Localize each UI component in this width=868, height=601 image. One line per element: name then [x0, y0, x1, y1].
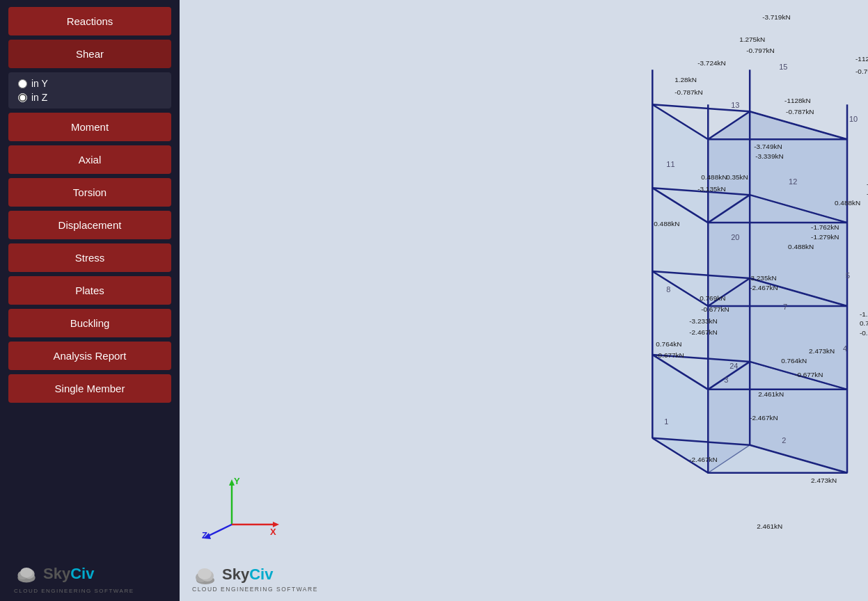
torsion-button[interactable]: Torsion	[8, 178, 171, 207]
buckling-button[interactable]: Buckling	[8, 309, 171, 337]
viewport-logo: SkyCiv CLOUD ENGINEERING SOFTWARE	[192, 563, 318, 593]
label-s2-4: -0.677kN	[795, 371, 823, 378]
svg-line-10	[206, 524, 232, 537]
label-s3-12: -0.677kN	[860, 329, 868, 337]
svg-point-3	[20, 568, 33, 577]
reactions-button[interactable]: Reactions	[8, 7, 171, 35]
axial-button[interactable]: Axial	[8, 145, 171, 174]
sidebar: Reactions Shear in Y in Z Moment Axial T…	[0, 0, 180, 601]
displacement-button[interactable]: Displacement	[8, 211, 171, 239]
node-24: 24	[729, 362, 738, 370]
label-s4-3: 0.488kN	[701, 173, 727, 181]
logo-sky: Sky	[43, 565, 70, 582]
label-s2-6: 2.461kN	[758, 390, 784, 398]
label-s2-1: 2.473kN	[809, 347, 835, 355]
label-s1-3: 2.461kN	[757, 522, 782, 530]
structure-diagram: .member { stroke: #1a237e; stroke-width:…	[180, 0, 868, 601]
label-s3-5: -2.467kN	[750, 284, 778, 291]
label-s2-5: -0.677kN	[656, 351, 684, 359]
label-s4-1: -3.749kN	[754, 143, 782, 150]
label-s3-11: 0.769kN	[860, 319, 868, 327]
label-s3-1: -1.762kN	[811, 223, 839, 231]
viewport-logo-text: SkyCiv	[222, 566, 273, 584]
label-s1-2: 2.473kN	[811, 476, 837, 484]
node-1: 1	[664, 417, 668, 426]
svg-text:Z: Z	[202, 530, 207, 540]
analysis-report-button[interactable]: Analysis Report	[8, 342, 171, 370]
node-20: 20	[731, 233, 739, 241]
logo-tagline: CLOUD ENGINEERING SOFTWARE	[14, 588, 134, 594]
node-11: 11	[666, 160, 674, 168]
label-s3-6: 0.769kN	[700, 294, 725, 302]
in-y-label: in Y	[31, 78, 48, 89]
node-8: 8	[666, 285, 670, 294]
node-15: 15	[779, 63, 787, 71]
label-s3-3: 0.488kN	[788, 243, 814, 250]
logo-main: SkyCiv	[14, 561, 94, 586]
label-s4-9: 0.488kN	[654, 220, 679, 227]
label-s2-3: 0.764kN	[656, 340, 681, 348]
node-13: 13	[731, 101, 739, 109]
moment-button[interactable]: Moment	[8, 113, 171, 141]
in-z-radio-label[interactable]: in Z	[18, 92, 161, 103]
label-top-5: -1127kN	[855, 55, 868, 63]
in-z-label: in Z	[31, 92, 47, 103]
node-3: 3	[724, 376, 728, 384]
in-y-radio[interactable]	[18, 79, 27, 88]
label-top-4: -3.724kN	[697, 59, 725, 67]
label-top-6: -0.797kN	[855, 67, 868, 75]
label-s4-2: -3.339kN	[755, 152, 783, 160]
label-top-10: -0.787kN	[786, 108, 814, 115]
plates-button[interactable]: Plates	[8, 276, 171, 305]
shear-button[interactable]: Shear	[8, 40, 171, 68]
svg-point-16	[198, 568, 212, 579]
label-top-2: 1.275kN	[739, 35, 765, 43]
label-s3-9: -2.467kN	[689, 328, 717, 336]
node-5: 5	[846, 271, 850, 280]
label-s3-4: -3.235kN	[748, 274, 776, 282]
logo-civ: Civ	[70, 565, 94, 582]
in-z-radio[interactable]	[18, 93, 27, 102]
label-top-1: -3.719kN	[762, 13, 790, 21]
label-top-8: -0.787kN	[674, 88, 702, 96]
label-s2-7: -2.467kN	[750, 414, 778, 422]
node-4: 4	[843, 344, 847, 353]
label-s2-2: 0.764kN	[781, 357, 807, 364]
viewport-logo-tagline: CLOUD ENGINEERING SOFTWARE	[192, 586, 318, 593]
logo-text: SkyCiv	[43, 565, 94, 583]
label-s3-2: -1.279kN	[811, 233, 839, 241]
viewport[interactable]: .member { stroke: #1a237e; stroke-width:…	[180, 0, 868, 601]
single-member-button[interactable]: Single Member	[8, 374, 171, 403]
label-s3-8: -3.233kN	[689, 317, 717, 325]
node-10: 10	[849, 115, 858, 123]
panel-s1-floor	[708, 390, 847, 473]
node-7: 7	[783, 303, 787, 311]
label-s3-10: -1.771kN	[860, 310, 868, 318]
skyciv-icon	[192, 563, 219, 586]
label-s4-8: 0.488kN	[835, 199, 860, 207]
label-top-3: -0.797kN	[746, 47, 774, 54]
svg-text:Y: Y	[234, 476, 240, 486]
skyciv-logo-icon	[14, 561, 39, 586]
node-2: 2	[782, 436, 786, 444]
label-s4-5: -3.135kN	[697, 185, 725, 193]
label-top-9: -1128kN	[784, 97, 811, 104]
label-s1-1: -2.467kN	[689, 456, 717, 463]
logo: SkyCiv CLOUD ENGINEERING SOFTWARE	[14, 547, 134, 594]
in-y-radio-label[interactable]: in Y	[18, 78, 161, 89]
svg-text:X: X	[270, 527, 276, 537]
stress-button[interactable]: Stress	[8, 243, 171, 272]
label-top-7: 1.28kN	[674, 76, 697, 83]
coordinate-axes: Y X Z	[200, 476, 281, 542]
shear-direction-group: in Y in Z	[8, 72, 171, 109]
label-s3-7: -0.677kN	[701, 305, 729, 313]
label-s4-4: 0.35kN	[726, 173, 748, 181]
node-12: 12	[789, 177, 797, 186]
